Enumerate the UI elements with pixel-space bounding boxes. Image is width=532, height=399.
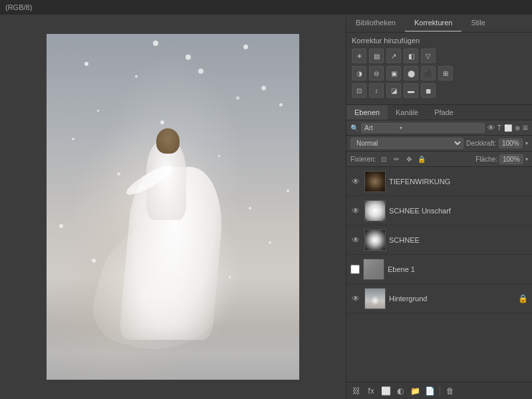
tab-korrekturen[interactable]: Korrekturen [405,15,462,32]
blend-mode-select[interactable]: Normal [350,138,464,149]
layer-visibility-checkbox[interactable] [350,265,360,274]
canvas-area [0,15,346,399]
layer-thumbnail [364,288,386,309]
layer-type-icon[interactable]: T [497,124,501,132]
layer-adjust-icon[interactable]: ⬜ [504,124,512,132]
flaeche-label: Fläche: [475,156,497,163]
layer-thumbnail [364,200,386,221]
layer-item[interactable]: Ebene 1 [346,255,532,284]
add-layer-icon[interactable]: 📄 [424,385,436,397]
layer-item[interactable]: 👁 SCHNEE [346,225,532,255]
fix-all-icon[interactable]: 🔒 [416,154,427,164]
correction-title: Korrektur hinzufügen [352,37,527,45]
canvas-image[interactable] [47,34,299,380]
layer-item[interactable]: 👁 Hintergrund 🔒 [346,284,532,313]
tab-ebenen[interactable]: Ebenen [346,105,388,120]
fix-move-icon[interactable]: ✥ [404,154,414,164]
channel-icon-btn[interactable]: ⬛ [421,66,436,80]
exposure-icon-btn[interactable]: ◧ [404,49,418,63]
add-group-icon[interactable]: 📁 [409,385,421,397]
panel-tabs: Bibliotheken Korrekturen Stile [346,15,532,33]
layers-list: 👁 TIEFENWIRKUNG 👁 SCHNEE Unscharf 👁 SCHN… [346,167,532,382]
top-bar-info: (RGB/8) [5,3,32,11]
opacity-label: Deckkraft: [466,140,496,147]
layer-thumbnail [363,259,384,280]
layer-smart-icon[interactable]: ⊕ [515,124,520,132]
layer-thumbnail [364,229,386,251]
fix-label: Fixieren: [350,156,376,163]
delete-layer-icon[interactable]: 🗑 [444,385,456,397]
add-adjustment-icon[interactable]: ◐ [394,385,406,397]
eye-toggle[interactable]: 👁 [350,235,361,245]
selective-color-icon-btn[interactable]: ◼ [421,83,436,98]
toolbar-separator [440,386,440,396]
brightness-icon-btn[interactable]: ☀ [352,49,366,63]
correction-panel: Korrektur hinzufügen ☀ ▤ ↗ ◧ ▽ ◑ ⊖ ▣ ⬤ ⬛… [346,33,532,105]
top-bar: (RGB/8) [0,0,532,15]
fix-position-icon[interactable]: ⊡ [378,154,389,164]
layer-search-input[interactable] [364,124,398,132]
add-mask-icon[interactable]: ⬜ [380,385,392,397]
curves-icon-btn[interactable]: ↗ [386,49,401,63]
opacity-arrow[interactable]: ▾ [525,140,528,146]
link-layers-icon[interactable]: ⛓ [350,385,362,397]
layer-item[interactable]: 👁 TIEFENWIRKUNG [346,167,532,196]
search-icon: 🔍 [350,124,358,132]
tab-bibliotheken[interactable]: Bibliotheken [346,15,405,32]
flaeche-input[interactable] [499,154,523,164]
layers-bottom-toolbar: ⛓ fx ⬜ ◐ 📁 📄 🗑 [346,382,532,399]
right-panel: Bibliotheken Korrekturen Stile Korrektur… [346,15,532,399]
invert-icon-btn[interactable]: ⊡ [352,83,366,98]
fix-bar: Fixieren: ⊡ ✏ ✥ 🔒 Fläche: ▾ [346,152,532,167]
layer-name: Hintergrund [389,295,515,303]
flaeche-arrow[interactable]: ▾ [525,156,528,162]
posterize-icon-btn[interactable]: ↕ [369,83,384,98]
levels-icon-btn[interactable]: ▤ [369,49,384,63]
layer-item[interactable]: 👁 SCHNEE Unscharf [346,196,532,225]
layer-name: SCHNEE [389,236,528,244]
bw-icon-btn[interactable]: ▣ [386,66,401,80]
add-style-icon[interactable]: fx [365,385,377,397]
color-lookup-icon-btn[interactable]: ⊞ [438,66,453,80]
layer-name: SCHNEE Unscharf [389,207,528,215]
layer-visibility-icon[interactable]: 👁 [487,124,495,132]
photo-filter-icon-btn[interactable]: ⬤ [404,66,418,80]
threshold-icon-btn[interactable]: ◪ [386,83,401,98]
layer-name: Ebene 1 [388,265,528,273]
layers-tabs: Ebenen Kanäle Pfade [346,105,532,120]
balance-icon-btn[interactable]: ⊖ [369,66,384,80]
opacity-input[interactable] [499,138,523,148]
tab-pfade[interactable]: Pfade [426,105,462,120]
layers-section: Ebenen Kanäle Pfade 🔍 ▾ 👁 T ⬜ ⊕ [346,105,532,399]
fix-paint-icon[interactable]: ✏ [391,154,402,164]
layer-name: TIEFENWIRKUNG [389,178,528,186]
lock-icon: 🔒 [518,294,528,303]
search-dropdown-icon[interactable]: ▾ [400,125,402,131]
vibrance-icon-btn[interactable]: ▽ [421,49,436,63]
hue-icon-btn[interactable]: ◑ [352,66,366,80]
gradient-map-icon-btn[interactable]: ▬ [404,83,418,98]
layers-toolbar: 🔍 ▾ 👁 T ⬜ ⊕ ≡ [346,120,532,136]
tab-stile[interactable]: Stile [462,15,494,32]
eye-toggle[interactable]: 👁 [350,205,361,216]
layer-thumbnail [364,171,386,192]
mode-bar: Normal Deckkraft: ▾ [346,136,532,152]
tab-kanaele[interactable]: Kanäle [388,105,426,120]
eye-toggle[interactable]: 👁 [350,176,361,187]
eye-toggle[interactable]: 👁 [350,293,361,304]
layer-search-box[interactable]: ▾ [361,123,485,133]
panel-menu-icon[interactable]: ≡ [523,122,528,133]
